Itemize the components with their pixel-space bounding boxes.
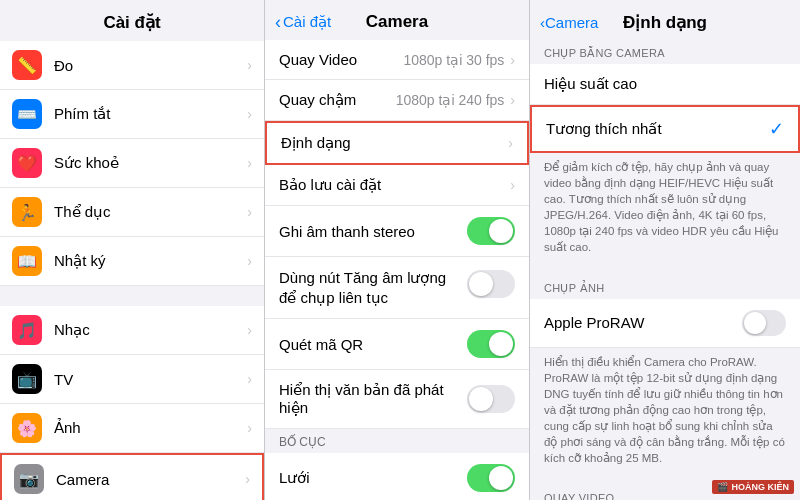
sidebar-item-nhatky[interactable]: 📖 Nhật ký › xyxy=(0,237,264,286)
chup-anh-label: CHỤP ẢNH xyxy=(530,276,800,299)
sidebar-item-camera[interactable]: 📷 Camera › xyxy=(0,453,264,500)
bao-luu-label: Bảo lưu cài đặt xyxy=(279,176,510,194)
watermark-text: HOÀNG KIÊN xyxy=(731,482,789,492)
middle-list-2: Lưới Cân bằng Đối xứng camera trước Xem … xyxy=(265,453,529,500)
tv-label: TV xyxy=(54,371,247,388)
middle-back-label: Cài đặt xyxy=(283,13,331,31)
tuong-thich-label: Tương thích nhất xyxy=(546,120,769,138)
chup-bang-camera-label: CHỤP BẰNG CAMERA xyxy=(530,41,800,64)
theduc-icon: 🏃 xyxy=(12,197,42,227)
hieu-suat-cao-label: Hiệu suất cao xyxy=(544,75,786,93)
camera-chevron: › xyxy=(245,471,250,487)
anh-icon: 🌸 xyxy=(12,413,42,443)
quay-video-value: 1080p tại 30 fps xyxy=(403,52,504,68)
anh-chevron: › xyxy=(247,420,252,436)
right-list-chup-anh: Apple ProRAW xyxy=(530,299,800,348)
middle-list: Quay Video 1080p tại 30 fps › Quay chậm … xyxy=(265,40,529,429)
right-item-tuong-thich[interactable]: Tương thích nhất ✓ xyxy=(530,105,800,153)
mid-item-luoi[interactable]: Lưới xyxy=(265,453,529,500)
tuong-thich-check-icon: ✓ xyxy=(769,118,784,140)
dinh-dang-label: Định dạng xyxy=(281,134,508,152)
suckhoe-label: Sức khoẻ xyxy=(54,154,247,172)
watermark: 🎬 HOÀNG KIÊN xyxy=(712,480,794,494)
nhac-chevron: › xyxy=(247,322,252,338)
tv-icon: 📺 xyxy=(12,364,42,394)
ghi-am-label: Ghi âm thanh stereo xyxy=(279,223,467,240)
luoi-label: Lưới xyxy=(279,469,467,487)
mid-item-bao-luu[interactable]: Bảo lưu cài đặt › xyxy=(265,165,529,206)
quay-cham-chevron: › xyxy=(510,92,515,108)
nhatky-chevron: › xyxy=(247,253,252,269)
quay-video-label: Quay Video xyxy=(279,51,403,68)
phimtat-label: Phím tắt xyxy=(54,105,247,123)
quay-video-chevron: › xyxy=(510,52,515,68)
watermark-icon: 🎬 xyxy=(717,482,728,492)
suckhoe-icon: ❤️ xyxy=(12,148,42,178)
right-back-label: Camera xyxy=(545,14,598,31)
tv-chevron: › xyxy=(247,371,252,387)
right-item-hieu-suat-cao[interactable]: Hiệu suất cao xyxy=(530,64,800,105)
right-header: ‹ Camera Định dạng xyxy=(530,0,800,41)
right-panel: ‹ Camera Định dạng CHỤP BẰNG CAMERA Hiệu… xyxy=(530,0,800,500)
middle-header: ‹ Cài đặt Camera xyxy=(265,0,529,40)
suckhoe-chevron: › xyxy=(247,155,252,171)
camera-icon: 📷 xyxy=(14,464,44,494)
mid-item-dung-nut[interactable]: Dùng nút Tăng âm lượng để chụp liên tục xyxy=(265,257,529,319)
quay-cham-value: 1080p tại 240 fps xyxy=(396,92,505,108)
right-title: Định dạng xyxy=(623,12,707,33)
proraw-desc: Hiển thị điều khiển Camera cho ProRAW. P… xyxy=(530,348,800,477)
sidebar-item-suckhoe[interactable]: ❤️ Sức khoẻ › xyxy=(0,139,264,188)
camera-label: Camera xyxy=(56,471,245,488)
anh-label: Ảnh xyxy=(54,419,247,437)
luoi-toggle[interactable] xyxy=(467,464,515,492)
bao-luu-chevron: › xyxy=(510,177,515,193)
left-panel: Cài đặt 📏 Đo › ⌨️ Phím tắt › ❤️ Sức khoẻ… xyxy=(0,0,265,500)
right-back-button[interactable]: ‹ Camera xyxy=(540,14,598,31)
do-label: Đo xyxy=(54,57,247,74)
back-chevron-icon: ‹ xyxy=(275,12,281,33)
quet-ma-toggle[interactable] xyxy=(467,330,515,358)
proraw-label: Apple ProRAW xyxy=(544,314,742,331)
chup-desc: Để giảm kích cỡ tệp, hãy chụp ảnh và qua… xyxy=(530,153,800,266)
mid-item-ghi-am[interactable]: Ghi âm thanh stereo xyxy=(265,206,529,257)
mid-item-quay-cham[interactable]: Quay chậm 1080p tại 240 fps › xyxy=(265,80,529,121)
ghi-am-toggle[interactable] xyxy=(467,217,515,245)
settings-list: 📏 Đo › ⌨️ Phím tắt › ❤️ Sức khoẻ › 🏃 Thể… xyxy=(0,41,264,500)
nhac-label: Nhạc xyxy=(54,321,247,339)
do-icon: 📏 xyxy=(12,50,42,80)
mid-item-quay-video[interactable]: Quay Video 1080p tại 30 fps › xyxy=(265,40,529,80)
nhac-icon: 🎵 xyxy=(12,315,42,345)
middle-panel: ‹ Cài đặt Camera Quay Video 1080p tại 30… xyxy=(265,0,530,500)
nhatky-label: Nhật ký xyxy=(54,252,247,270)
phimtat-chevron: › xyxy=(247,106,252,122)
sidebar-item-anh[interactable]: 🌸 Ảnh › xyxy=(0,404,264,453)
sidebar-item-theduc[interactable]: 🏃 Thể dục › xyxy=(0,188,264,237)
dung-nut-label: Dùng nút Tăng âm lượng để chụp liên tục xyxy=(279,268,467,307)
mid-item-dinh-dang[interactable]: Định dạng › xyxy=(265,121,529,165)
sidebar-item-phimtat[interactable]: ⌨️ Phím tắt › xyxy=(0,90,264,139)
bo-cuc-section-label: BỐ CỤC xyxy=(265,429,529,453)
right-list-chup: Hiệu suất cao Tương thích nhất ✓ xyxy=(530,64,800,153)
theduc-label: Thể dục xyxy=(54,203,247,221)
gap-right-1 xyxy=(530,266,800,276)
right-item-proraw[interactable]: Apple ProRAW xyxy=(530,299,800,348)
do-chevron: › xyxy=(247,57,252,73)
sidebar-item-do[interactable]: 📏 Đo › xyxy=(0,41,264,90)
hien-thi-toggle[interactable] xyxy=(467,385,515,413)
theduc-chevron: › xyxy=(247,204,252,220)
proraw-toggle[interactable] xyxy=(742,310,786,336)
phimtat-icon: ⌨️ xyxy=(12,99,42,129)
quet-ma-label: Quét mã QR xyxy=(279,336,467,353)
gap1 xyxy=(0,286,264,306)
dinh-dang-chevron: › xyxy=(508,135,513,151)
left-panel-header: Cài đặt xyxy=(0,0,264,41)
mid-item-quet-ma[interactable]: Quét mã QR xyxy=(265,319,529,370)
nhatky-icon: 📖 xyxy=(12,246,42,276)
middle-title: Camera xyxy=(366,12,428,32)
mid-item-hien-thi[interactable]: Hiển thị văn bản đã phát hiện xyxy=(265,370,529,429)
middle-back-button[interactable]: ‹ Cài đặt xyxy=(275,12,331,33)
hien-thi-label: Hiển thị văn bản đã phát hiện xyxy=(279,381,467,417)
dung-nut-toggle[interactable] xyxy=(467,270,515,298)
sidebar-item-nhac[interactable]: 🎵 Nhạc › xyxy=(0,306,264,355)
sidebar-item-tv[interactable]: 📺 TV › xyxy=(0,355,264,404)
